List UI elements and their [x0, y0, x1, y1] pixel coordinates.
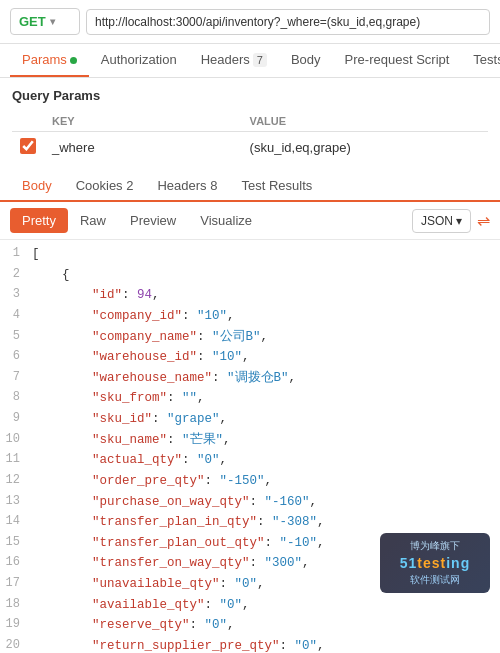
- tab-body-top[interactable]: Body: [279, 44, 333, 77]
- tab-body-bottom[interactable]: Body: [10, 171, 64, 200]
- line-content: "reserve_qty": "0",: [32, 615, 500, 636]
- line-content: "warehouse_name": "调拨仓B",: [32, 368, 500, 389]
- json-line: 15 "transfer_plan_out_qty": "-10",: [0, 533, 500, 554]
- line-number: 16: [0, 553, 32, 574]
- line-number: 1: [0, 244, 32, 265]
- method-select[interactable]: GET ▾: [10, 8, 80, 35]
- line-number: 5: [0, 327, 32, 348]
- top-tabs: Params Authorization Headers7 Body Pre-r…: [0, 44, 500, 78]
- line-number: 3: [0, 285, 32, 306]
- tab-params[interactable]: Params: [10, 44, 89, 77]
- line-number: 14: [0, 512, 32, 533]
- json-line: 9 "sku_id": "grape",: [0, 409, 500, 430]
- json-line: 2 {: [0, 265, 500, 286]
- line-number: 18: [0, 595, 32, 616]
- line-number: 12: [0, 471, 32, 492]
- tab-authorization[interactable]: Authorization: [89, 44, 189, 77]
- method-chevron-icon: ▾: [50, 16, 55, 27]
- json-line: 11 "actual_qty": "0",: [0, 450, 500, 471]
- json-line: 20 "return_supplier_pre_qty": "0",: [0, 636, 500, 653]
- json-line: 12 "order_pre_qty": "-150",: [0, 471, 500, 492]
- line-number: 17: [0, 574, 32, 595]
- json-line: 6 "warehouse_id": "10",: [0, 347, 500, 368]
- line-number: 20: [0, 636, 32, 653]
- url-bar: GET ▾: [0, 0, 500, 44]
- tab-headers-bottom[interactable]: Headers 8: [145, 171, 229, 200]
- line-content: "unavailable_qty": "0",: [32, 574, 500, 595]
- line-content: "transfer_on_way_qty": "300",: [32, 553, 500, 574]
- resp-tab-visualize[interactable]: Visualize: [188, 208, 264, 233]
- json-line: 17 "unavailable_qty": "0",: [0, 574, 500, 595]
- resp-tab-pretty[interactable]: Pretty: [10, 208, 68, 233]
- param-key: _where: [44, 132, 242, 164]
- col-key-header: KEY: [44, 111, 242, 132]
- json-line: 1[: [0, 244, 500, 265]
- line-number: 7: [0, 368, 32, 389]
- line-number: 15: [0, 533, 32, 554]
- line-content: "return_supplier_pre_qty": "0",: [32, 636, 500, 653]
- json-line: 7 "warehouse_name": "调拨仓B",: [0, 368, 500, 389]
- url-input[interactable]: [86, 9, 490, 35]
- line-number: 19: [0, 615, 32, 636]
- json-line: 10 "sku_name": "芒果",: [0, 430, 500, 451]
- param-checkbox-cell[interactable]: [12, 132, 44, 164]
- line-content: "company_name": "公司B",: [32, 327, 500, 348]
- line-content: "actual_qty": "0",: [32, 450, 500, 471]
- bottom-tabs: Body Cookies 2 Headers 8 Test Results: [0, 171, 500, 202]
- query-params-title: Query Params: [12, 88, 488, 103]
- json-line: 3 "id": 94,: [0, 285, 500, 306]
- params-dot: [70, 57, 77, 64]
- tab-prerequest[interactable]: Pre-request Script: [333, 44, 462, 77]
- json-line: 19 "reserve_qty": "0",: [0, 615, 500, 636]
- json-body: 1[2 {3 "id": 94,4 "company_id": "10",5 "…: [0, 240, 500, 653]
- line-content: {: [32, 265, 500, 286]
- line-number: 2: [0, 265, 32, 286]
- line-number: 6: [0, 347, 32, 368]
- line-number: 10: [0, 430, 32, 451]
- line-number: 11: [0, 450, 32, 471]
- line-number: 13: [0, 492, 32, 513]
- format-select[interactable]: JSON ▾: [412, 209, 471, 233]
- json-line: 4 "company_id": "10",: [0, 306, 500, 327]
- line-content: "sku_from": "",: [32, 388, 500, 409]
- resp-tab-raw[interactable]: Raw: [68, 208, 118, 233]
- method-label: GET: [19, 14, 46, 29]
- tab-headers-top[interactable]: Headers7: [189, 44, 279, 77]
- format-chevron-icon: ▾: [456, 214, 462, 228]
- line-content: "purchase_on_way_qty": "-160",: [32, 492, 500, 513]
- line-content: "warehouse_id": "10",: [32, 347, 500, 368]
- json-line: 5 "company_name": "公司B",: [0, 327, 500, 348]
- json-line: 16 "transfer_on_way_qty": "300",: [0, 553, 500, 574]
- line-content: [: [32, 244, 500, 265]
- json-line: 18 "available_qty": "0",: [0, 595, 500, 616]
- json-line: 8 "sku_from": "",: [0, 388, 500, 409]
- wrap-icon[interactable]: ⇌: [477, 211, 490, 230]
- line-content: "sku_id": "grape",: [32, 409, 500, 430]
- tab-test-results[interactable]: Test Results: [229, 171, 324, 200]
- tab-cookies[interactable]: Cookies 2: [64, 171, 146, 200]
- params-table: KEY VALUE _where (sku_id,eq,grape): [12, 111, 488, 163]
- param-row-0: _where (sku_id,eq,grape): [12, 132, 488, 164]
- line-number: 8: [0, 388, 32, 409]
- param-checkbox[interactable]: [20, 138, 36, 154]
- line-content: "company_id": "10",: [32, 306, 500, 327]
- line-content: "transfer_plan_in_qty": "-308",: [32, 512, 500, 533]
- line-number: 4: [0, 306, 32, 327]
- line-content: "sku_name": "芒果",: [32, 430, 500, 451]
- param-value: (sku_id,eq,grape): [242, 132, 488, 164]
- line-number: 9: [0, 409, 32, 430]
- line-content: "order_pre_qty": "-150",: [32, 471, 500, 492]
- line-content: "transfer_plan_out_qty": "-10",: [32, 533, 500, 554]
- response-toolbar: Pretty Raw Preview Visualize JSON ▾ ⇌: [0, 202, 500, 240]
- resp-tab-preview[interactable]: Preview: [118, 208, 188, 233]
- line-content: "id": 94,: [32, 285, 500, 306]
- json-line: 14 "transfer_plan_in_qty": "-308",: [0, 512, 500, 533]
- json-line: 13 "purchase_on_way_qty": "-160",: [0, 492, 500, 513]
- line-content: "available_qty": "0",: [32, 595, 500, 616]
- col-value-header: VALUE: [242, 111, 488, 132]
- query-params-section: Query Params KEY VALUE _where (sku_id,eq…: [0, 78, 500, 167]
- tab-tests[interactable]: Tests: [461, 44, 500, 77]
